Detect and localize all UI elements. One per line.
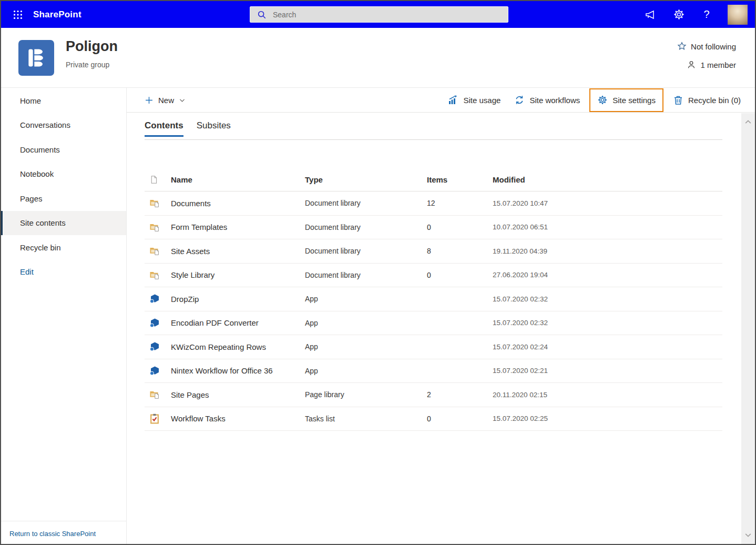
row-type: Document library <box>305 247 427 255</box>
column-header-modified[interactable]: Modified <box>493 175 722 184</box>
site-settings-button[interactable]: Site settings <box>589 88 663 112</box>
help-icon: ? <box>703 8 709 21</box>
table-row[interactable]: KWizCom Repeating RowsApp15.07.2020 02:2… <box>145 335 722 359</box>
main-panel: New Site usageSite workflowsSite setting… <box>127 88 755 545</box>
row-name[interactable]: Workflow Tasks <box>171 414 305 423</box>
suite-bar: SharePoint <box>1 1 755 28</box>
row-name[interactable]: Site Pages <box>171 390 305 399</box>
row-name[interactable]: Site Assets <box>171 247 305 256</box>
sidebar-item-edit[interactable]: Edit <box>1 260 126 285</box>
sidebar-item-notebook[interactable]: Notebook <box>1 162 126 187</box>
user-avatar[interactable] <box>728 5 748 25</box>
site-workflows-button[interactable]: Site workflows <box>507 88 587 112</box>
person-icon <box>687 60 696 69</box>
sidebar-item-pages[interactable]: Pages <box>1 186 126 211</box>
library-icon <box>145 222 171 233</box>
row-name[interactable]: Form Templates <box>171 223 305 231</box>
site-logo[interactable] <box>18 40 54 76</box>
row-modified: 15.07.2020 02:24 <box>493 343 722 351</box>
sidebar: HomeConversationsDocumentsNotebookPagesS… <box>1 88 127 545</box>
sync-icon <box>514 95 525 105</box>
file-type-column-icon <box>145 175 171 184</box>
site-usage-button[interactable]: Site usage <box>441 88 507 112</box>
row-name[interactable]: DropZip <box>171 295 305 304</box>
sidebar-item-conversations[interactable]: Conversations <box>1 113 126 138</box>
members-button[interactable]: 1 member <box>687 60 736 69</box>
column-header-type[interactable]: Type <box>305 175 427 184</box>
table-row[interactable]: DocumentsDocument library1215.07.2020 10… <box>145 191 722 216</box>
library-icon <box>145 198 171 208</box>
row-type: Document library <box>305 223 427 231</box>
settings-button[interactable] <box>672 8 686 22</box>
command-bar-actions: Site usageSite workflowsSite settingsRec… <box>441 88 748 112</box>
row-name[interactable]: Documents <box>171 199 305 208</box>
app-icon <box>145 341 171 352</box>
sidebar-item-home[interactable]: Home <box>1 88 126 113</box>
row-name[interactable]: Style Library <box>171 270 305 279</box>
tabs-divider <box>145 139 722 140</box>
row-modified: 15.07.2020 02:32 <box>493 319 722 327</box>
column-header-items[interactable]: Items <box>427 175 493 184</box>
table-row[interactable]: DropZipApp15.07.2020 02:32 <box>145 287 722 311</box>
recycle-bin-button[interactable]: Recycle bin (0) <box>666 88 748 112</box>
members-label: 1 member <box>700 60 736 69</box>
sidebar-item-documents[interactable]: Documents <box>1 137 126 162</box>
new-button[interactable]: New <box>145 96 186 105</box>
row-items: 12 <box>427 199 493 207</box>
site-logo-icon <box>25 46 48 69</box>
scroll-down-button[interactable] <box>741 528 755 542</box>
row-name[interactable]: Encodian PDF Converter <box>171 318 305 327</box>
row-modified: 27.06.2020 19:04 <box>493 271 722 279</box>
table-row[interactable]: Form TemplatesDocument library010.07.202… <box>145 216 722 240</box>
site-title: Poligon <box>66 38 118 55</box>
row-items: 0 <box>427 223 493 231</box>
sharepoint-brand[interactable]: SharePoint <box>33 9 81 20</box>
table-row[interactable]: Site PagesPage library220.11.2020 02:15 <box>145 383 722 407</box>
scroll-up-button[interactable] <box>741 115 755 129</box>
chevron-down-icon <box>179 97 186 104</box>
vertical-scrollbar[interactable] <box>741 113 755 544</box>
table-row[interactable]: Style LibraryDocument library027.06.2020… <box>145 264 722 288</box>
table-row[interactable]: Site AssetsDocument library819.11.2020 0… <box>145 239 722 264</box>
waffle-icon <box>12 9 24 21</box>
sidebar-item-site-contents[interactable]: Site contents <box>1 211 126 236</box>
row-type: App <box>305 295 427 303</box>
row-name[interactable]: Nintex Workflow for Office 36 <box>171 366 305 375</box>
row-name[interactable]: KWizCom Repeating Rows <box>171 342 305 351</box>
help-button[interactable]: ? <box>700 8 713 22</box>
trash-icon <box>673 95 683 105</box>
tab-contents[interactable]: Contents <box>145 120 183 137</box>
star-icon <box>677 42 687 51</box>
sidebar-nav: HomeConversationsDocumentsNotebookPagesS… <box>1 88 126 284</box>
row-type: App <box>305 319 427 327</box>
search-box[interactable] <box>250 6 508 23</box>
megaphone-icon <box>645 8 657 21</box>
sidebar-footer: Return to classic SharePoint <box>1 521 126 545</box>
row-modified: 15.07.2020 02:21 <box>493 367 722 375</box>
table-row[interactable]: Workflow TasksTasks list015.07.2020 02:2… <box>145 407 722 431</box>
row-type: Document library <box>305 199 427 207</box>
row-modified: 10.07.2020 06:51 <box>493 223 722 231</box>
search-icon <box>257 10 267 19</box>
table-row[interactable]: Encodian PDF ConverterApp15.07.2020 02:3… <box>145 311 722 336</box>
column-header-name[interactable]: Name <box>171 175 305 184</box>
sidebar-item-recycle-bin[interactable]: Recycle bin <box>1 235 126 260</box>
site-header: Poligon Private group Not following 1 me… <box>1 28 755 88</box>
library-icon <box>145 270 171 280</box>
row-type: App <box>305 367 427 375</box>
command-bar: New Site usageSite workflowsSite setting… <box>127 88 755 113</box>
announcements-button[interactable] <box>644 8 658 22</box>
row-items: 0 <box>427 415 493 423</box>
row-items: 2 <box>427 390 493 399</box>
return-classic-link[interactable]: Return to classic SharePoint <box>9 530 96 538</box>
follow-button[interactable]: Not following <box>677 42 736 51</box>
app-launcher-button[interactable] <box>9 6 27 24</box>
site-subtitle: Private group <box>66 60 109 69</box>
search-input[interactable] <box>273 11 483 19</box>
chart-icon <box>448 95 458 105</box>
tab-subsites[interactable]: Subsites <box>197 120 231 137</box>
table-row[interactable]: Nintex Workflow for Office 36App15.07.20… <box>145 359 722 383</box>
row-type: App <box>305 342 427 351</box>
table-header-row: Name Type Items Modified <box>145 168 722 191</box>
row-modified: 20.11.2020 02:15 <box>493 391 722 399</box>
